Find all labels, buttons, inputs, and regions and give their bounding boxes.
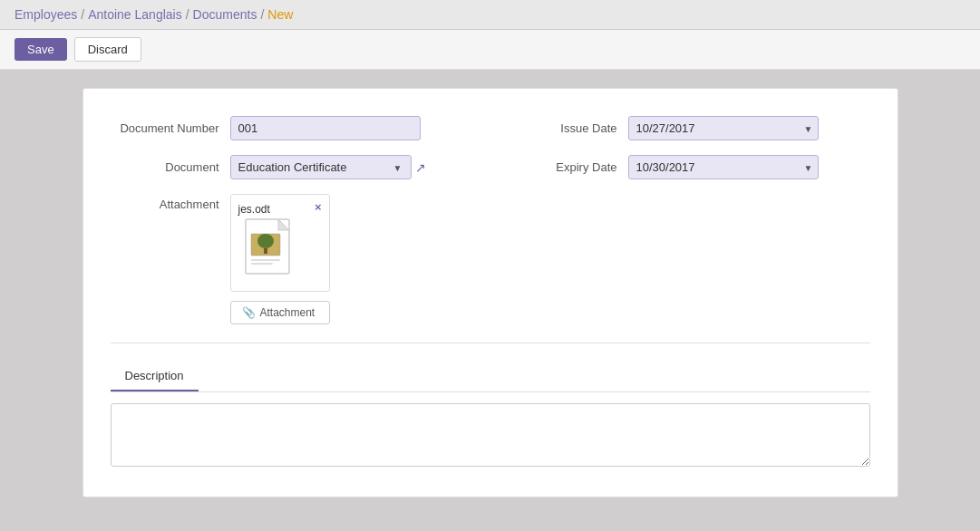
breadcrumb-bar: Employees / Antoine Langlais / Documents… xyxy=(0,0,980,30)
issue-date-label: Issue Date xyxy=(509,121,617,135)
attachment-row: Attachment jes.odt × xyxy=(111,194,870,324)
breadcrumb-sep-3: / xyxy=(260,7,264,22)
breadcrumb-sep-2: / xyxy=(186,7,189,22)
breadcrumb-documents[interactable]: Documents xyxy=(193,7,257,22)
form-row-2: Document Education Certificate ▼ ↗ Expir… xyxy=(111,155,870,179)
attachment-filename: jes.odt xyxy=(238,203,270,216)
expiry-date-select[interactable]: 10/30/2017 xyxy=(628,155,819,179)
document-label: Document xyxy=(111,160,219,174)
description-textarea[interactable] xyxy=(111,403,870,467)
breadcrumb-employee-name[interactable]: Antoine Langlais xyxy=(88,7,182,22)
tab-description[interactable]: Description xyxy=(111,362,199,391)
tabs-bar: Description xyxy=(111,362,870,392)
breadcrumb-sep-1: / xyxy=(81,7,84,22)
expiry-date-label: Expiry Date xyxy=(509,160,617,174)
svg-rect-6 xyxy=(251,263,273,265)
svg-point-3 xyxy=(257,234,274,248)
svg-rect-4 xyxy=(264,248,267,254)
section-divider xyxy=(111,343,870,343)
expiry-date-wrap: 10/30/2017 ▼ xyxy=(628,155,819,179)
action-bar: Save Discard xyxy=(0,30,980,70)
file-thumbnail xyxy=(238,216,304,281)
issue-date-wrap: 10/27/2017 ▼ xyxy=(628,116,819,140)
form-group-issue-date: Issue Date 10/27/2017 ▼ xyxy=(509,116,870,140)
save-button[interactable]: Save xyxy=(15,38,67,61)
discard-button[interactable]: Discard xyxy=(74,37,141,62)
form-card: Document Number Issue Date 10/27/2017 ▼ … xyxy=(82,88,898,497)
document-select[interactable]: Education Certificate xyxy=(230,155,412,179)
form-row-1: Document Number Issue Date 10/27/2017 ▼ xyxy=(111,116,870,140)
attachment-label: Attachment xyxy=(111,194,219,211)
form-group-document: Document Education Certificate ▼ ↗ xyxy=(111,155,472,179)
attachment-content: jes.odt × xyxy=(230,194,330,324)
document-number-label: Document Number xyxy=(111,121,219,135)
attachment-remove-icon[interactable]: × xyxy=(315,200,322,214)
document-number-input[interactable] xyxy=(230,116,421,140)
document-select-wrap: Education Certificate ▼ ↗ xyxy=(230,155,426,179)
attachment-button[interactable]: 📎 Attachment xyxy=(230,301,330,324)
svg-rect-5 xyxy=(251,259,280,261)
issue-date-select[interactable]: 10/27/2017 xyxy=(628,116,819,140)
breadcrumb-employees[interactable]: Employees xyxy=(15,7,77,22)
paperclip-icon: 📎 xyxy=(242,306,256,319)
document-external-link-icon[interactable]: ↗ xyxy=(415,160,426,175)
attachment-button-label: Attachment xyxy=(260,306,315,319)
attachment-file-box: jes.odt × xyxy=(230,194,330,292)
form-group-doc-number: Document Number xyxy=(111,116,472,140)
content-area: Document Number Issue Date 10/27/2017 ▼ … xyxy=(0,70,980,519)
form-group-expiry-date: Expiry Date 10/30/2017 ▼ xyxy=(509,155,870,179)
breadcrumb-new: New xyxy=(267,7,293,22)
